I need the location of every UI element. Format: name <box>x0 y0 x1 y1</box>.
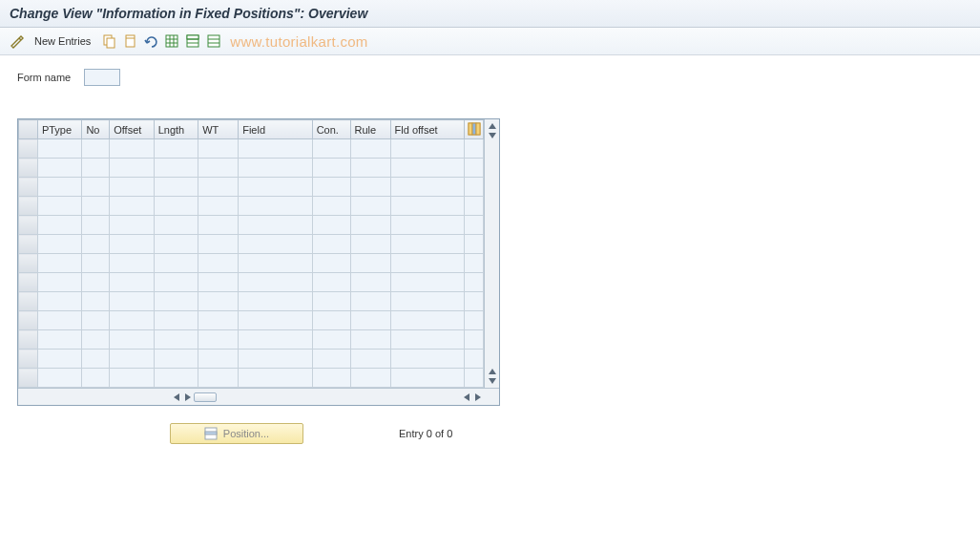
grid-cell[interactable] <box>110 178 154 197</box>
grid-cell[interactable] <box>110 159 154 178</box>
grid-cell[interactable] <box>37 159 81 178</box>
grid-cell[interactable] <box>154 254 198 273</box>
grid-cell[interactable] <box>312 216 350 235</box>
grid-cell[interactable] <box>390 178 464 197</box>
grid-cell[interactable] <box>198 273 239 292</box>
grid-cell[interactable] <box>239 159 312 178</box>
grid-cell[interactable] <box>465 273 484 292</box>
grid-cell[interactable] <box>37 139 81 159</box>
grid-cell[interactable] <box>154 292 198 311</box>
grid-cell[interactable] <box>198 350 239 369</box>
scroll-up-bottom-icon[interactable] <box>489 369 496 374</box>
row-selector[interactable] <box>19 178 38 197</box>
grid-cell[interactable] <box>465 330 484 350</box>
grid-cell[interactable] <box>82 311 110 330</box>
grid-cell[interactable] <box>82 273 110 292</box>
grid-cell[interactable] <box>82 254 110 273</box>
grid-cell[interactable] <box>239 369 312 388</box>
grid-cell[interactable] <box>198 197 239 216</box>
grid-cell[interactable] <box>82 350 110 369</box>
grid-cell[interactable] <box>390 159 464 178</box>
grid-cell[interactable] <box>198 369 239 388</box>
row-selector[interactable] <box>19 330 38 350</box>
grid-cell[interactable] <box>37 369 81 388</box>
row-selector[interactable] <box>19 139 38 159</box>
select-all-icon[interactable] <box>163 32 180 50</box>
row-selector[interactable] <box>19 235 38 254</box>
horizontal-scrollbar[interactable] <box>18 388 499 405</box>
grid-cell[interactable] <box>154 216 198 235</box>
grid-cell[interactable] <box>390 330 464 350</box>
grid-cell[interactable] <box>110 197 154 216</box>
grid-cell[interactable] <box>312 159 350 178</box>
scroll-left-end-icon[interactable] <box>464 393 469 401</box>
grid-cell[interactable] <box>390 311 464 330</box>
grid-cell[interactable] <box>312 273 350 292</box>
grid-cell[interactable] <box>82 369 110 388</box>
deselect-all-icon[interactable] <box>205 32 222 50</box>
grid-cell[interactable] <box>154 197 198 216</box>
configure-columns-icon[interactable] <box>465 120 484 139</box>
grid-cell[interactable] <box>390 369 464 388</box>
grid-cell[interactable] <box>154 350 198 369</box>
grid-cell[interactable] <box>312 197 350 216</box>
grid-cell[interactable] <box>154 235 198 254</box>
grid-cell[interactable] <box>110 330 154 350</box>
grid-cell[interactable] <box>37 311 81 330</box>
grid-cell[interactable] <box>110 254 154 273</box>
toggle-edit-icon[interactable] <box>8 32 25 50</box>
grid-cell[interactable] <box>465 178 484 197</box>
grid-cell[interactable] <box>110 369 154 388</box>
grid-cell[interactable] <box>154 311 198 330</box>
new-entries-button[interactable]: New Entries <box>29 33 96 49</box>
grid-cell[interactable] <box>239 197 312 216</box>
grid-cell[interactable] <box>239 330 312 350</box>
grid-cell[interactable] <box>239 350 312 369</box>
row-selector[interactable] <box>19 216 38 235</box>
grid-cell[interactable] <box>37 350 81 369</box>
row-selector[interactable] <box>19 292 38 311</box>
grid-cell[interactable] <box>390 216 464 235</box>
grid-cell[interactable] <box>390 273 464 292</box>
grid-cell[interactable] <box>37 292 81 311</box>
col-wt[interactable]: WT <box>198 120 239 139</box>
col-rule[interactable]: Rule <box>350 120 390 139</box>
grid-cell[interactable] <box>198 311 239 330</box>
grid-cell[interactable] <box>390 254 464 273</box>
col-lngth[interactable]: Lngth <box>154 120 198 139</box>
grid-cell[interactable] <box>465 254 484 273</box>
grid-cell[interactable] <box>110 139 154 159</box>
col-fldoffset[interactable]: Fld offset <box>390 120 464 139</box>
grid-cell[interactable] <box>110 292 154 311</box>
grid-cell[interactable] <box>350 216 390 235</box>
copy-icon[interactable] <box>100 32 117 50</box>
grid-cell[interactable] <box>465 216 484 235</box>
row-selector[interactable] <box>19 197 38 216</box>
grid-cell[interactable] <box>350 369 390 388</box>
grid-cell[interactable] <box>110 216 154 235</box>
row-selector[interactable] <box>19 350 38 369</box>
position-button[interactable]: Position... <box>170 423 303 444</box>
hscroll-thumb[interactable] <box>194 392 217 402</box>
grid-cell[interactable] <box>198 292 239 311</box>
grid-cell[interactable] <box>465 139 484 159</box>
grid-cell[interactable] <box>198 139 239 159</box>
grid-cell[interactable] <box>239 311 312 330</box>
grid-cell[interactable] <box>82 292 110 311</box>
grid-cell[interactable] <box>37 197 81 216</box>
grid-cell[interactable] <box>312 235 350 254</box>
grid-cell[interactable] <box>350 311 390 330</box>
grid-cell[interactable] <box>390 292 464 311</box>
col-no[interactable]: No <box>82 120 110 139</box>
grid-cell[interactable] <box>110 311 154 330</box>
grid-cell[interactable] <box>465 197 484 216</box>
grid-cell[interactable] <box>390 235 464 254</box>
grid-cell[interactable] <box>350 254 390 273</box>
scroll-left-icon[interactable] <box>174 393 179 401</box>
grid-cell[interactable] <box>239 235 312 254</box>
grid-cell[interactable] <box>350 235 390 254</box>
grid-cell[interactable] <box>239 178 312 197</box>
grid-cell[interactable] <box>350 273 390 292</box>
grid-cell[interactable] <box>312 292 350 311</box>
grid-cell[interactable] <box>350 197 390 216</box>
